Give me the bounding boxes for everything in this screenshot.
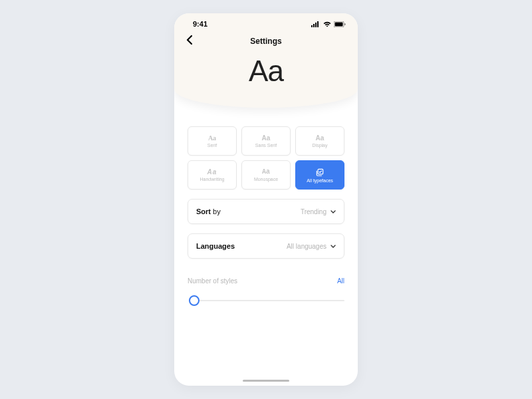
styles-slider[interactable] xyxy=(188,294,344,307)
category-label: Sans Serif xyxy=(255,143,277,148)
sans-icon: Aa xyxy=(262,135,271,142)
display-icon: Aa xyxy=(316,135,325,142)
category-sans-serif[interactable]: Aa Sans Serif xyxy=(241,126,291,156)
page-title: Settings xyxy=(174,37,358,46)
sort-select[interactable]: Sort by Trending xyxy=(188,199,344,224)
languages-label: Languages xyxy=(196,242,235,250)
category-handwriting[interactable]: Aa Handwriting xyxy=(188,160,237,190)
chevron-down-icon xyxy=(331,210,336,213)
svg-rect-3 xyxy=(317,21,319,27)
styles-all-button[interactable]: All xyxy=(337,277,344,285)
category-monospace[interactable]: Aa Monospace xyxy=(241,160,291,190)
handwriting-icon: Aa xyxy=(207,169,217,176)
category-label: All typefaces xyxy=(307,178,333,183)
category-label: Handwriting xyxy=(200,177,225,182)
wifi-icon xyxy=(323,21,331,27)
category-grid: Aa Serif Aa Sans Serif Aa Display Aa Han… xyxy=(188,126,344,190)
svg-rect-5 xyxy=(335,22,343,26)
nav-row: Settings xyxy=(174,28,358,49)
sort-value: Trending xyxy=(301,208,336,215)
monospace-icon: Aa xyxy=(262,169,270,176)
svg-rect-6 xyxy=(344,23,346,25)
languages-value: All languages xyxy=(287,243,336,250)
chevron-left-icon xyxy=(186,35,192,45)
styles-label: Number of styles xyxy=(188,277,237,285)
content-area: Aa Serif Aa Sans Serif Aa Display Aa Han… xyxy=(174,126,358,307)
category-all-typefaces[interactable]: All typefaces xyxy=(295,160,344,190)
svg-rect-1 xyxy=(313,24,315,27)
home-indicator[interactable] xyxy=(243,380,289,382)
checkbox-stack-icon xyxy=(315,168,325,177)
category-label: Display xyxy=(313,143,328,148)
signal-icon xyxy=(311,21,321,27)
svg-rect-0 xyxy=(311,25,313,27)
back-button[interactable] xyxy=(184,33,195,50)
svg-rect-2 xyxy=(315,23,317,27)
languages-select[interactable]: Languages All languages xyxy=(188,233,344,259)
slider-thumb[interactable] xyxy=(189,295,200,306)
category-label: Monospace xyxy=(254,177,278,182)
status-icons xyxy=(311,21,346,27)
slider-track xyxy=(193,300,344,301)
styles-row: Number of styles All xyxy=(188,277,344,285)
sort-label: Sort by xyxy=(196,207,221,215)
status-time: 9:41 xyxy=(193,20,207,28)
category-display[interactable]: Aa Display xyxy=(295,126,344,156)
serif-icon: Aa xyxy=(208,135,216,142)
hero-sample: Aa xyxy=(174,49,358,92)
battery-icon xyxy=(334,21,346,27)
status-bar: 9:41 xyxy=(174,13,358,28)
category-label: Serif xyxy=(207,143,217,148)
header-area: 9:41 Settings Aa xyxy=(174,13,358,108)
chevron-down-icon xyxy=(331,245,336,248)
category-serif[interactable]: Aa Serif xyxy=(188,126,237,156)
phone-frame: 9:41 Settings Aa Aa Serif Aa Sans Serif xyxy=(174,13,358,386)
